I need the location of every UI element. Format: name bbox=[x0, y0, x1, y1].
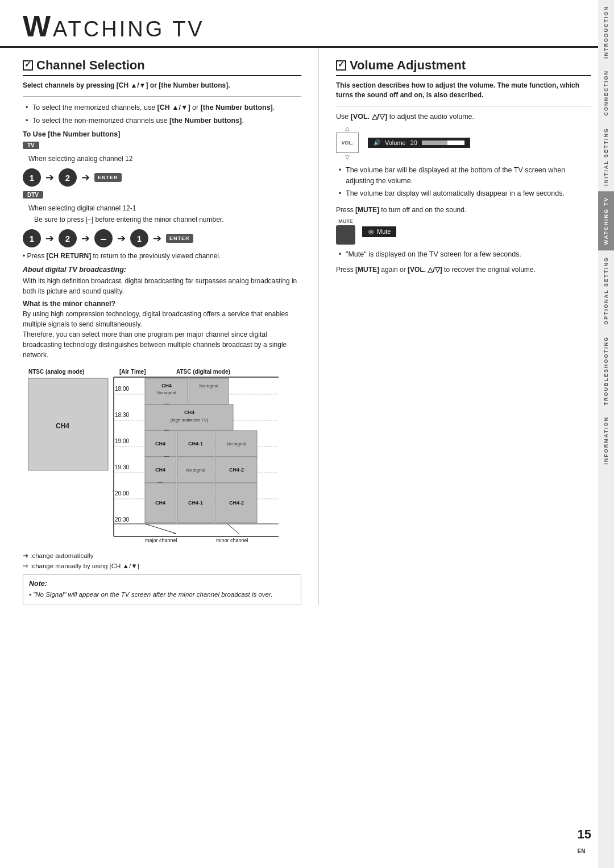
page-num-text: 15 bbox=[578, 827, 591, 841]
svg-text:20:00: 20:00 bbox=[115, 490, 129, 497]
sidebar-troubleshooting: TROUBLESHOOTING bbox=[603, 330, 609, 411]
vol-use-text: Use [VOL. △/▽] to adjust the audio volum… bbox=[336, 112, 591, 121]
digital-note: When selecting digital channel 12-1 bbox=[23, 203, 301, 213]
channel-selection-title: Channel Selection bbox=[23, 58, 301, 76]
vol-down-arrow: ▽ bbox=[345, 154, 350, 160]
vol-speaker-icon: 🔊 bbox=[374, 139, 380, 146]
en-label: EN bbox=[578, 848, 586, 854]
svg-text:19:30: 19:30 bbox=[115, 464, 129, 470]
svg-text:18:00: 18:00 bbox=[115, 386, 129, 392]
about-digital-text: With its high definition broadcast, digi… bbox=[23, 276, 301, 296]
mute-bullet-1: "Mute" is displayed on the TV screen for… bbox=[339, 249, 591, 260]
press-mute-text: Press [MUTE] to turn off and on the soun… bbox=[336, 205, 591, 215]
d-digit-2: 2 bbox=[59, 229, 77, 247]
svg-text:No signal: No signal bbox=[186, 468, 205, 473]
digital-note2: Be sure to press [–] before entering the… bbox=[23, 214, 301, 225]
note-box: Note: • "No Signal" will appear on the T… bbox=[23, 574, 301, 605]
vol-bar-display: 🔊 Volume 20 bbox=[368, 138, 470, 148]
volume-title-text: Volume Adjustment bbox=[350, 58, 466, 73]
page-number: 15 EN bbox=[578, 827, 591, 857]
minor-channel-label: What is the minor channel? bbox=[23, 300, 301, 308]
svg-text:CH4: CH4 bbox=[155, 500, 165, 506]
sidebar-introduction: INTRODUCTION bbox=[603, 0, 609, 64]
svg-text:CH4-1: CH4-1 bbox=[188, 441, 203, 447]
svg-text:(high definition TV): (high definition TV) bbox=[171, 418, 209, 423]
to-use-label: To Use [the Number buttons] bbox=[23, 130, 301, 138]
mute-screen: ⊗ Mute bbox=[362, 226, 396, 237]
page-header: WATCHING TV bbox=[0, 0, 614, 48]
mute-bullets: "Mute" is displayed on the TV screen for… bbox=[336, 249, 591, 260]
volume-checkbox-icon bbox=[336, 60, 346, 71]
vol-label: VOL. bbox=[341, 140, 353, 146]
mute-key-label-top: MUTE bbox=[338, 218, 353, 224]
d-arrow-4: ➔ bbox=[153, 232, 161, 245]
channel-bullets: To select the memorized channels, use [C… bbox=[23, 102, 301, 126]
d-digit-1b: 1 bbox=[130, 229, 148, 247]
channel-bullet-1: To select the memorized channels, use [C… bbox=[26, 102, 301, 113]
volume-section-title: Volume Adjustment bbox=[336, 58, 591, 76]
d-dash: – bbox=[94, 229, 113, 247]
sidebar-initial-setting: INITIAL SETTING bbox=[603, 122, 609, 192]
svg-text:20:30: 20:30 bbox=[115, 516, 129, 523]
arrow-1: ➔ bbox=[45, 171, 54, 184]
digit-1-circle: 1 bbox=[23, 168, 41, 187]
vol-bullets: The volume bar will be displayed at the … bbox=[336, 165, 591, 199]
svg-text:minor channel: minor channel bbox=[216, 538, 248, 543]
mute-section: Press [MUTE] to turn off and on the soun… bbox=[336, 205, 591, 275]
minor-channel-text: By using high compression technology, di… bbox=[23, 309, 301, 360]
analog-note: When selecting analog channel 12 bbox=[23, 154, 301, 164]
svg-text:CH4: CH4 bbox=[161, 383, 172, 388]
vol-bullet-1: The volume bar will be displayed at the … bbox=[339, 165, 591, 187]
dtv-badge: DTV bbox=[23, 191, 43, 199]
svg-text:CH4: CH4 bbox=[155, 467, 165, 473]
d-digit-1: 1 bbox=[23, 229, 41, 247]
legend-manual-text: ⇨ :change manually by using [CH ▲/▼] bbox=[23, 562, 139, 570]
mute-x-icon: ⊗ bbox=[368, 228, 374, 236]
vol-number: 20 bbox=[410, 139, 417, 146]
right-sidebar: INTRODUCTION CONNECTION INITIAL SETTING … bbox=[598, 0, 614, 868]
analog-channel-row: 1 ➔ 2 ➔ ENTER bbox=[23, 168, 301, 187]
mute-key bbox=[336, 225, 355, 245]
svg-text:CH4-1: CH4-1 bbox=[188, 500, 203, 506]
about-digital-label: About digital TV broadcasting: bbox=[23, 266, 301, 274]
vol-bullet-2: The volume bar display will automaticall… bbox=[339, 188, 591, 199]
enter-btn-2: ENTER bbox=[166, 234, 193, 243]
vol-up-arrow: △ bbox=[345, 125, 350, 131]
vol-description: This section describes how to adjust the… bbox=[336, 81, 591, 100]
note-box-text: • "No Signal" will appear on the TV scre… bbox=[29, 590, 295, 600]
svg-text:[Air Time]: [Air Time] bbox=[119, 369, 146, 375]
svg-text:19:00: 19:00 bbox=[115, 438, 129, 444]
note-box-title: Note: bbox=[29, 580, 295, 588]
ch-return-text: • Press [CH RETURN] to return to the pre… bbox=[23, 251, 301, 261]
channel-bullet-2: To select the non-memorized channels use… bbox=[26, 115, 301, 126]
legend-auto: ➔ :change automatically bbox=[23, 552, 301, 560]
enter-btn-1: ENTER bbox=[94, 173, 122, 182]
d-arrow-3: ➔ bbox=[117, 232, 126, 245]
mute-key-container: MUTE bbox=[336, 218, 355, 245]
svg-rect-22 bbox=[189, 378, 229, 404]
svg-line-58 bbox=[227, 524, 239, 534]
svg-line-55 bbox=[145, 524, 176, 534]
vol-bar-inner bbox=[422, 140, 464, 145]
d-arrow-2: ➔ bbox=[81, 232, 90, 245]
vol-bar-fill bbox=[422, 140, 447, 145]
svg-text:No signal: No signal bbox=[227, 441, 246, 447]
vol-divider bbox=[336, 106, 591, 106]
svg-text:No signal: No signal bbox=[199, 383, 218, 388]
channel-selection-col: Channel Selection Select channels by pre… bbox=[23, 48, 318, 605]
svg-text:CH4: CH4 bbox=[56, 422, 69, 430]
sidebar-watching-tv: WATCHING TV bbox=[598, 191, 614, 250]
vol-button: △ VOL. ▽ bbox=[336, 125, 359, 160]
legend-auto-text: ➔ :change automatically bbox=[23, 552, 93, 560]
svg-text:CH4: CH4 bbox=[184, 410, 194, 415]
sidebar-information: INFORMATION bbox=[603, 411, 609, 470]
sidebar-connection: CONNECTION bbox=[603, 64, 609, 122]
mute-btn-display: MUTE ⊗ Mute bbox=[336, 218, 591, 245]
arrow-2: ➔ bbox=[81, 171, 90, 184]
digital-channel-row: 1 ➔ 2 ➔ – ➔ 1 ➔ ENTER bbox=[23, 229, 301, 247]
mute-display-text: Mute bbox=[377, 228, 391, 235]
page-title: WATCHING TV bbox=[23, 10, 591, 46]
press-mute-again: Press [MUTE] again or [VOL. △/▽] to reco… bbox=[336, 264, 591, 275]
svg-text:ATSC (digital mode): ATSC (digital mode) bbox=[176, 369, 230, 375]
title-w-letter: W bbox=[23, 10, 53, 43]
